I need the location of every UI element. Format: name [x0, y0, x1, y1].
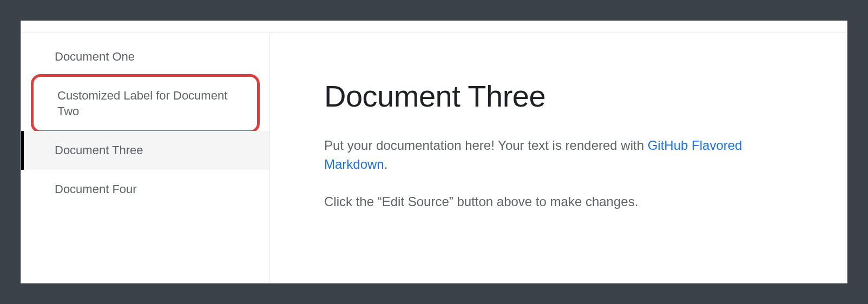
intro-text-pre: Put your documentation here! Your text i… — [324, 138, 648, 153]
intro-text-post: . — [384, 157, 388, 171]
page-title: Document Three — [324, 78, 809, 114]
sidebar: Document One Customized Label for Docume… — [21, 33, 270, 283]
sidebar-item-label: Document Four — [55, 182, 137, 196]
edit-instruction: Click the “Edit Source” button above to … — [324, 193, 809, 212]
sidebar-item-label: Document One — [55, 50, 135, 63]
top-bar — [21, 21, 847, 33]
app-window: Document One Customized Label for Docume… — [21, 21, 847, 283]
sidebar-item-document-three[interactable]: Document Three — [21, 131, 269, 170]
sidebar-item-document-four[interactable]: Document Four — [21, 170, 269, 209]
intro-paragraph: Put your documentation here! Your text i… — [324, 136, 809, 174]
sidebar-item-label: Customized Label for Document Two — [57, 89, 227, 118]
sidebar-item-document-two-highlighted[interactable]: Customized Label for Document Two — [31, 74, 260, 133]
sidebar-item-document-one[interactable]: Document One — [21, 37, 269, 76]
main-content: Document Three Put your documentation he… — [270, 33, 847, 283]
app-body: Document One Customized Label for Docume… — [21, 33, 847, 283]
sidebar-item-label: Document Three — [55, 143, 143, 157]
